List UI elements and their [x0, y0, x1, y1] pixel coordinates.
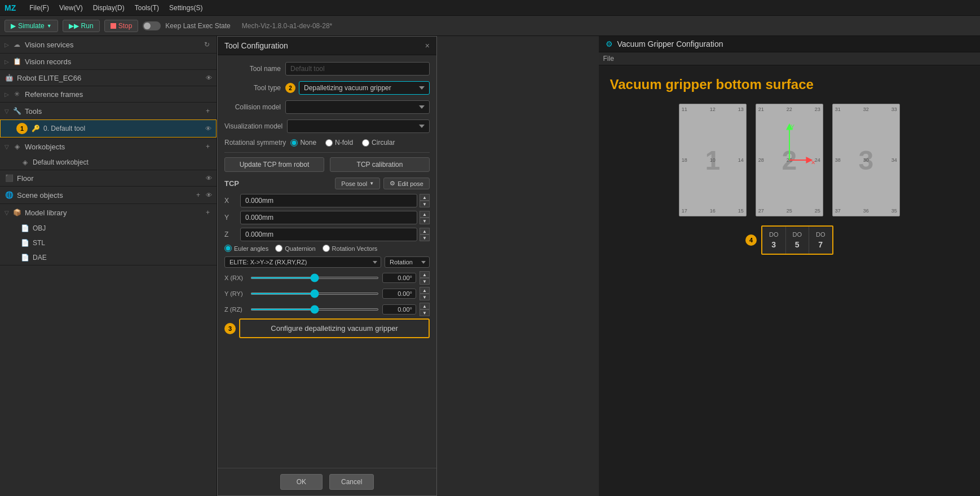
num-28: 28 [758, 157, 764, 163]
num-38: 38 [835, 157, 841, 163]
simulate-button[interactable]: ▶ Simulate ▼ [5, 20, 58, 32]
x-rx-down-button[interactable]: ▼ [420, 278, 430, 285]
workobject-icon: ◈ [20, 158, 29, 167]
x-rx-value[interactable] [382, 273, 416, 283]
stl-item[interactable]: 📄 STL [0, 236, 217, 250]
rot-sym-nfold[interactable]: N-fold [325, 139, 353, 147]
collision-model-select[interactable] [285, 100, 430, 114]
reference-frames-icon: ✳ [12, 90, 21, 99]
num-22: 22 [787, 107, 792, 112]
run-icon: ▶▶ [69, 22, 79, 30]
z-input[interactable] [240, 228, 417, 241]
num-30: 30 [863, 157, 869, 163]
refresh-icon[interactable]: ↻ [202, 39, 212, 50]
robot-icon: 🤖 [5, 73, 14, 82]
pose-tool-button[interactable]: Pose tool ▼ [335, 178, 380, 189]
workobjects-icon: ◈ [12, 142, 21, 151]
y-ry-up-button[interactable]: ▲ [420, 287, 430, 294]
z-rz-down-button[interactable]: ▼ [420, 309, 430, 316]
y-ry-value[interactable] [382, 289, 416, 299]
reference-frames-header[interactable]: ▷ ✳ Reference frames [0, 86, 217, 102]
gripper-grid: 1 11 12 13 18 10 14 17 16 15 2 21 22 23 [679, 104, 900, 216]
cancel-button[interactable]: Cancel [329, 474, 374, 490]
x-rx-up-button[interactable]: ▲ [420, 271, 430, 278]
x-down-button[interactable]: ▼ [420, 201, 430, 207]
rot-sym-none[interactable]: None [290, 139, 316, 147]
floor-header[interactable]: ⬛ Floor 👁 [0, 170, 217, 186]
add-model-icon[interactable]: + [204, 207, 212, 218]
y-label: Y [224, 214, 238, 222]
tools-header[interactable]: ▽ 🔧 Tools + [0, 103, 217, 119]
y-input[interactable] [240, 211, 417, 224]
z-rz-up-button[interactable]: ▲ [420, 303, 430, 309]
model-library-header[interactable]: ▽ 📦 Model library + [0, 204, 217, 221]
menu-display[interactable]: Display(D) [89, 3, 129, 13]
vis-model-select[interactable] [287, 119, 430, 133]
scene-eye-icon[interactable]: 👁 [206, 192, 212, 198]
eye-icon[interactable]: 👁 [206, 74, 212, 81]
y-up-button[interactable]: ▲ [420, 211, 430, 218]
num-34: 34 [891, 157, 897, 163]
vacuum-gripper-icon: ⚙ [606, 39, 613, 48]
tcp-calibration-button[interactable]: TCP calibration [330, 157, 430, 172]
quaternion-radio-label[interactable]: Quaternion [275, 245, 315, 252]
num-25b: 25 [787, 208, 792, 214]
z-rz-value[interactable] [382, 304, 416, 315]
x-input[interactable] [240, 194, 417, 207]
dae-item[interactable]: 📄 DAE [0, 250, 217, 265]
workobjects-section: ▽ ◈ Workobjects + ◈ Default workobject [0, 138, 217, 170]
y-ry-slider[interactable] [250, 293, 379, 295]
stop-button[interactable]: Stop [104, 20, 139, 32]
obj-item[interactable]: 📄 OBJ [0, 221, 217, 236]
tool-name-input[interactable] [285, 62, 430, 76]
num-21: 21 [758, 107, 764, 112]
x-rx-slider[interactable] [250, 277, 379, 279]
num-11: 11 [682, 107, 687, 112]
default-tool-item[interactable]: 1 🔑 0. Default tool 👁 [0, 119, 217, 138]
update-tcp-button[interactable]: Update TCP from robot [224, 157, 324, 172]
rotation-vectors-label: Rotation Vectors [332, 245, 378, 252]
tool-eye-icon[interactable]: 👁 [205, 125, 211, 132]
configure-vacuum-button[interactable]: Configure depalletizing vacuum gripper [239, 318, 430, 338]
ok-button[interactable]: OK [280, 474, 323, 490]
keep-last-exec-toggle[interactable] [143, 21, 161, 30]
menu-settings[interactable]: Settings(S) [165, 3, 207, 13]
x-up-button[interactable]: ▲ [420, 194, 430, 201]
z-rz-row: Z (RZ) ▲ ▼ [224, 303, 430, 316]
quaternion-label: Quaternion [285, 245, 315, 252]
tool-type-select[interactable]: Depalletizing vacuum gripper Standard gr… [299, 81, 430, 95]
y-down-button[interactable]: ▼ [420, 218, 430, 224]
divider-1 [224, 152, 430, 153]
modal-close-button[interactable]: × [425, 41, 430, 50]
svg-text:Y: Y [791, 124, 794, 130]
menu-file[interactable]: File(F) [25, 3, 54, 13]
add-scene-icon[interactable]: + [194, 190, 202, 200]
z-spin: ▲ ▼ [420, 228, 430, 241]
z-rz-slider[interactable] [250, 308, 379, 311]
edit-pose-button[interactable]: ⚙ Edit pose [383, 178, 430, 189]
rotation-select[interactable]: Rotation [385, 256, 430, 268]
num-12: 12 [710, 107, 716, 112]
add-tool-icon[interactable]: + [204, 106, 212, 116]
rot-sym-circular[interactable]: Circular [362, 139, 395, 147]
euler-type-select[interactable]: ELITE: X->Y->Z (RX,RY,RZ) [224, 256, 381, 268]
scene-objects-header[interactable]: 🌐 Scene objects + 👁 [0, 187, 217, 203]
vision-records-header[interactable]: ▷ 📋 Vision records [0, 54, 217, 69]
z-rz-label: Z (RZ) [224, 306, 247, 313]
floor-eye-icon[interactable]: 👁 [206, 175, 212, 181]
rotation-vectors-radio-label[interactable]: Rotation Vectors [323, 245, 378, 252]
z-up-button[interactable]: ▲ [420, 228, 430, 234]
z-down-button[interactable]: ▼ [420, 234, 430, 241]
euler-radio-label[interactable]: Euler angles [224, 245, 268, 252]
y-ry-down-button[interactable]: ▼ [420, 294, 430, 300]
vision-services-header[interactable]: ▷ ☁ Vision services ↻ [0, 36, 217, 53]
add-workobject-icon[interactable]: + [204, 141, 212, 152]
floor-label: Floor [17, 174, 202, 183]
menu-tools[interactable]: Tools(T) [130, 3, 164, 13]
workobjects-header[interactable]: ▽ ◈ Workobjects + [0, 138, 217, 155]
modal-header: Tool Configuration × [218, 37, 436, 55]
menu-view[interactable]: View(V) [55, 3, 87, 13]
run-button[interactable]: ▶▶ Run [63, 20, 100, 32]
default-workobject-item[interactable]: ◈ Default workobject [0, 155, 217, 170]
robot-header[interactable]: 🤖 Robot ELITE_EC66 👁 [0, 70, 217, 86]
